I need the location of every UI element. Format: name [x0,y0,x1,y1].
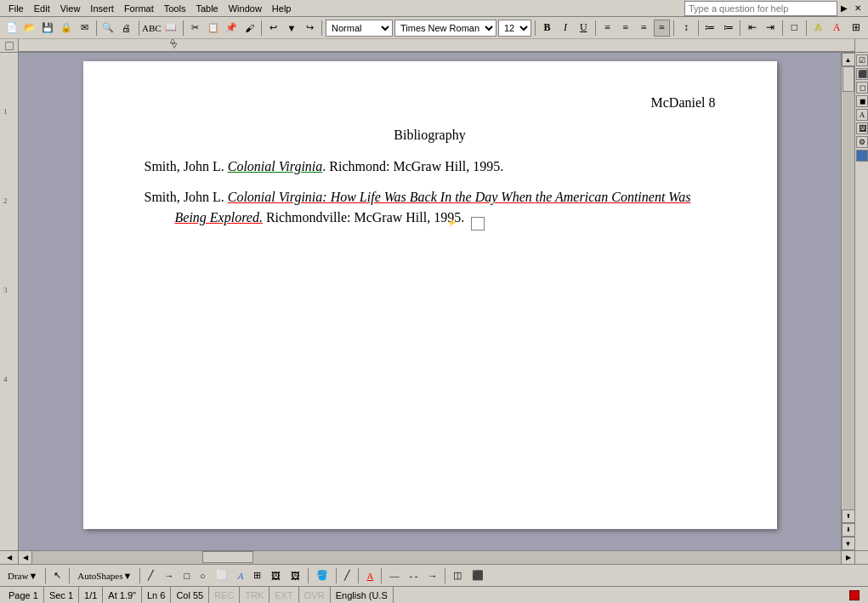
save-btn[interactable]: 💾 [40,20,56,37]
sep8 [673,20,674,36]
help-input[interactable] [684,1,837,16]
ruler-corner[interactable] [5,42,14,50]
font-color-btn[interactable]: A [828,20,844,37]
status-macro-icon [844,587,865,603]
align-right-btn[interactable]: ≡ [636,20,652,37]
wordart-btn[interactable]: A [234,567,248,584]
bibliography-title: Bibliography [145,128,716,143]
right-panel-btn7[interactable]: ⚙ [856,136,868,148]
cursor-btn[interactable]: ↖ [49,567,65,584]
right-panel-btn4[interactable]: ◼ [856,95,868,107]
task-pane-btn[interactable]: ⊞ [848,20,865,37]
style-select[interactable]: Normal [326,20,393,37]
draw-dropdown-btn[interactable]: Draw ▼ [3,567,42,584]
bib-entry-1: Smith, John L. Colonial Virginia. Richmo… [145,156,716,177]
justify-btn[interactable]: ≡ [654,20,670,37]
permission-btn[interactable]: 🔒 [58,20,74,37]
hscroll-right-space [854,551,868,565]
hscroll-left-btn[interactable]: ◀ [19,551,32,565]
hscroll-right-btn[interactable]: ▶ [841,551,854,565]
email-btn[interactable]: ✉ [77,20,93,37]
scroll-pg-dn-btn[interactable]: ⬇ [842,523,855,537]
decrease-indent-btn[interactable]: ⇤ [744,20,760,37]
font-size-select[interactable]: 12 [498,20,531,37]
help-go-btn[interactable]: ▶ [837,1,851,16]
autocorrect-popup[interactable]: ⚡ [471,217,485,230]
underline-btn[interactable]: U [576,20,592,37]
scroll-track[interactable] [842,66,854,509]
line-style-btn[interactable]: — [385,567,403,584]
menu-edit[interactable]: Edit [29,2,55,15]
clipart-btn[interactable]: 🖼 [267,567,285,584]
arrow-btn[interactable]: → [160,567,178,584]
menu-file[interactable]: File [3,2,29,15]
copy-btn[interactable]: 📋 [205,20,221,37]
textbox-btn[interactable]: ⬜ [212,567,232,584]
align-left-btn[interactable]: ≡ [599,20,616,37]
sep4 [261,20,262,36]
line-spacing-btn[interactable]: ↕ [678,20,694,37]
sep11 [782,20,783,36]
menu-table[interactable]: Table [190,2,223,15]
redo-btn[interactable]: ↪ [302,20,318,37]
status-at: At 1.9" [103,587,142,603]
menu-tools[interactable]: Tools [159,2,191,15]
draw-sep3 [139,568,140,583]
open-btn[interactable]: 📂 [21,20,37,37]
menu-window[interactable]: Window [224,2,267,15]
oval-btn[interactable]: ○ [196,567,210,584]
autocorrect-icon[interactable]: ⚡ [471,217,485,230]
new-btn[interactable]: 📄 [3,20,20,37]
scroll-up-btn[interactable]: ▲ [842,53,855,66]
scroll-thumb[interactable] [842,66,854,92]
increase-indent-btn[interactable]: ⇥ [762,20,778,37]
dash-style-btn[interactable]: - - [405,567,422,584]
scroll-pg-up-btn[interactable]: ⬆ [842,509,855,523]
italic-btn[interactable]: I [557,20,573,37]
image-btn[interactable]: 🖼 [286,567,304,584]
undo-btn[interactable]: ↩ [265,20,281,37]
scroll-down-btn[interactable]: ▼ [842,537,855,550]
menu-view[interactable]: View [55,2,86,15]
right-panel-btn2[interactable]: ⬛ [856,68,868,80]
font-select[interactable]: Times New Roman [394,20,496,37]
hscroll-left-btns[interactable]: ◀ [0,551,19,565]
hscroll-track[interactable] [32,551,841,565]
close-help-btn[interactable]: ✕ [851,1,865,16]
right-panel-btn1[interactable]: ☑ [856,54,868,66]
paste-btn[interactable]: 📌 [223,20,239,37]
autoshapes-btn[interactable]: AutoShapes ▼ [73,567,136,584]
rect-btn[interactable]: □ [179,567,194,584]
hscroll-thumb[interactable] [202,551,253,563]
undo-arrow-btn[interactable]: ▼ [283,20,299,37]
numbering-btn[interactable]: ≔ [720,20,736,37]
font-color-draw-btn[interactable]: A [362,567,377,584]
align-center-btn[interactable]: ≡ [617,20,633,37]
menu-format[interactable]: Format [119,2,159,15]
format-painter-btn[interactable]: 🖌 [241,20,258,37]
highlight-btn[interactable]: A [810,20,826,37]
fill-color-btn[interactable]: 🪣 [312,567,332,584]
print-btn[interactable]: 🖨 [118,20,134,37]
ruler-indent-top: △ [170,39,175,44]
bullets-btn[interactable]: ≔ [701,20,718,37]
shadow-btn[interactable]: ◫ [449,567,466,584]
right-panel-btn3[interactable]: ◻ [856,82,868,94]
arrow-style-btn[interactable]: → [423,567,441,584]
spell-btn[interactable]: ABC [142,20,161,37]
border-btn[interactable]: □ [786,20,803,37]
print-preview-btn[interactable]: 🔍 [100,20,116,37]
line-btn[interactable]: ╱ [144,567,158,584]
right-panel-btn6[interactable]: 🖼 [856,122,868,134]
document-area[interactable]: McDaniel 8 Bibliography Smith, John L. C… [19,53,841,550]
line-color-btn[interactable]: ╱ [340,567,355,584]
bold-btn[interactable]: B [539,20,555,37]
menu-insert[interactable]: Insert [85,2,119,15]
research-btn[interactable]: 📖 [162,20,179,37]
menu-help[interactable]: Help [267,2,297,15]
right-panel-btn5[interactable]: A [856,109,868,121]
diagram-btn[interactable]: ⊞ [249,567,265,584]
right-panel-active[interactable] [856,150,868,162]
3d-btn[interactable]: ⬛ [468,567,488,584]
cut-btn[interactable]: ✂ [187,20,203,37]
